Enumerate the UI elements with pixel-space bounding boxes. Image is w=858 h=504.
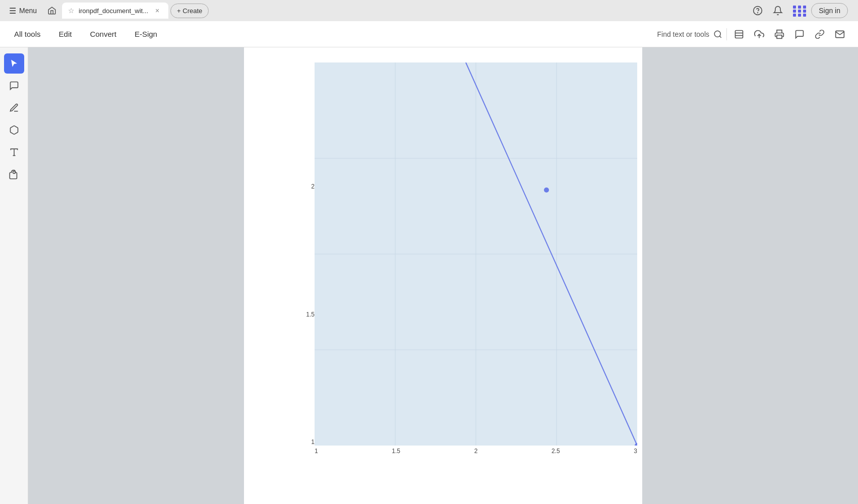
all-tools-menu[interactable]: All tools — [10, 28, 45, 40]
comment-icon — [794, 29, 805, 39]
comment-tool-icon — [9, 81, 19, 91]
convert-menu[interactable]: Convert — [86, 28, 120, 40]
tab-title: ironpdf_document_wit... — [79, 7, 148, 15]
menu-label: Menu — [19, 7, 37, 15]
apps-dot — [803, 14, 806, 17]
toolbar-right: Find text or tools — [657, 26, 848, 42]
print-button[interactable] — [771, 26, 787, 42]
svg-point-1 — [758, 13, 758, 13]
apps-button[interactable] — [791, 4, 805, 18]
upload-button[interactable] — [751, 26, 767, 42]
x-label-3: 3 — [634, 448, 637, 455]
menu-button[interactable]: ☰ Menu — [4, 4, 42, 18]
text-tool[interactable] — [4, 142, 24, 162]
help-icon — [753, 6, 763, 16]
chart-grid — [315, 62, 637, 446]
find-tools-search[interactable]: Find text or tools — [657, 30, 723, 39]
cursor-icon — [9, 58, 19, 69]
x-label-15: 1.5 — [392, 448, 400, 455]
edit-menu[interactable]: Edit — [55, 28, 76, 40]
svg-point-20 — [544, 187, 549, 193]
stamp-tool[interactable] — [4, 164, 24, 184]
view-mode-icon — [734, 29, 744, 39]
draw-tool[interactable] — [4, 98, 24, 118]
apps-dot — [793, 6, 796, 9]
link-icon — [815, 29, 825, 39]
apps-dot — [798, 10, 801, 13]
y-label-1: 1 — [311, 438, 315, 446]
content-area: 2 1.5 1 1 1.5 2 2.5 3 — [28, 47, 858, 504]
tab-close-button[interactable]: × — [152, 6, 162, 16]
svg-point-2 — [714, 31, 720, 37]
svg-point-11 — [13, 171, 15, 173]
mail-button[interactable] — [832, 26, 848, 42]
help-button[interactable] — [751, 4, 765, 18]
stamp-icon — [9, 169, 19, 179]
main-area: 2 1.5 1 1 1.5 2 2.5 3 — [0, 47, 858, 504]
new-tab-button[interactable]: + Create — [170, 4, 209, 18]
apps-dot — [793, 14, 796, 17]
home-button[interactable] — [44, 3, 60, 19]
hamburger-icon: ☰ — [9, 6, 16, 16]
toolbar: All tools Edit Convert E-Sign Find text … — [0, 21, 858, 47]
x-label-2: 2 — [474, 448, 478, 455]
x-label-25: 2.5 — [551, 448, 560, 455]
left-sidebar — [0, 47, 28, 504]
apps-dot — [798, 6, 801, 9]
notifications-button[interactable] — [771, 4, 785, 18]
svg-rect-8 — [777, 35, 782, 38]
shapes-tool[interactable] — [4, 120, 24, 140]
comment-button[interactable] — [791, 26, 808, 42]
toolbar-divider — [726, 28, 727, 40]
text-icon — [9, 147, 19, 157]
esign-menu[interactable]: E-Sign — [131, 28, 161, 40]
print-icon — [774, 29, 784, 39]
link-button[interactable] — [812, 26, 828, 42]
browser-right-controls: Sign in — [751, 3, 854, 18]
sign-in-button[interactable]: Sign in — [811, 3, 848, 18]
x-label-1: 1 — [315, 448, 318, 455]
search-icon — [713, 30, 722, 39]
cursor-tool[interactable] — [4, 53, 24, 74]
mail-icon — [835, 29, 845, 39]
shapes-icon — [9, 125, 19, 135]
find-tools-label: Find text or tools — [657, 30, 710, 38]
draw-icon — [9, 103, 19, 113]
tab-bar: ☰ Menu ☆ ironpdf_document_wit... × + Cre… — [0, 0, 858, 21]
chart-container — [315, 62, 637, 446]
apps-dot — [803, 6, 806, 9]
apps-dot — [793, 10, 796, 13]
apps-dot — [803, 10, 806, 13]
y-label-2: 2 — [311, 183, 315, 190]
pdf-page: 2 1.5 1 1 1.5 2 2.5 3 — [244, 47, 642, 504]
active-tab[interactable]: ☆ ironpdf_document_wit... × — [62, 3, 168, 19]
y-label-15: 1.5 — [306, 311, 315, 318]
new-tab-label: + Create — [177, 7, 202, 15]
svg-rect-4 — [736, 30, 743, 38]
upload-icon — [754, 29, 764, 39]
comment-tool[interactable] — [4, 76, 24, 96]
bell-icon — [773, 6, 783, 16]
tab-star-icon: ☆ — [68, 7, 75, 15]
home-icon — [47, 6, 56, 15]
chart-wrapper: 2 1.5 1 1 1.5 2 2.5 3 — [244, 47, 642, 504]
view-mode-button[interactable] — [731, 26, 747, 42]
apps-dot — [798, 14, 801, 17]
svg-line-3 — [719, 36, 721, 37]
